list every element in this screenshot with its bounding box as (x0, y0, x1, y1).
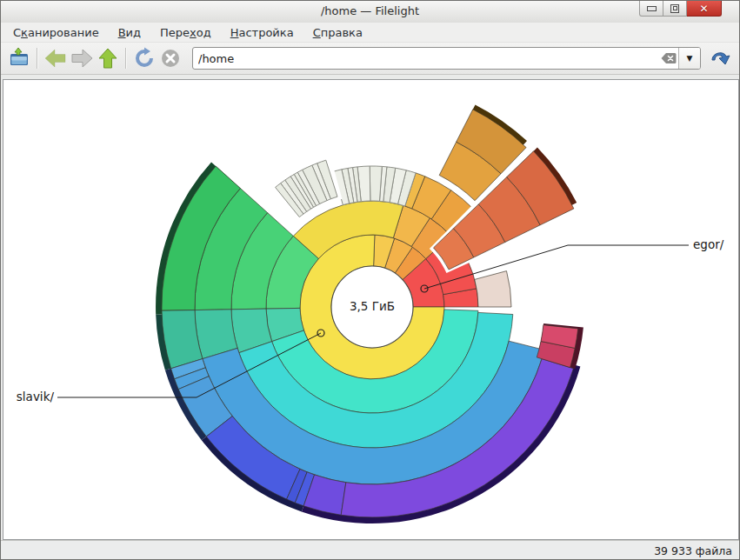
stop-icon (160, 48, 181, 69)
minimize-icon (647, 6, 657, 11)
filelight-radial-map[interactable]: 3,5 ГиБ egor/slavik/ (3, 80, 738, 539)
clear-backspace-icon (661, 52, 677, 64)
window-title: /home — Filelight (1, 4, 739, 17)
maximize-icon (670, 4, 679, 13)
chevron-down-icon: ▼ (687, 54, 693, 63)
back-arrow-icon (43, 47, 68, 70)
forward-arrow-icon (70, 47, 94, 70)
map-segment[interactable] (475, 271, 511, 307)
toolbar-separator (125, 48, 127, 69)
refresh-icon (133, 47, 156, 70)
file-count-label: 39 933 файла (654, 544, 732, 557)
up-arrow-icon (97, 47, 119, 70)
location-dropdown-button[interactable]: ▼ (678, 48, 700, 69)
location-bar: ▼ (192, 47, 701, 70)
location-input[interactable] (193, 52, 659, 65)
refresh-button[interactable] (131, 45, 157, 71)
window-controls: ✕ (639, 1, 722, 17)
map-segment[interactable] (370, 166, 382, 201)
close-icon: ✕ (699, 3, 708, 14)
statusbar: 39 933 файла (1, 540, 739, 560)
forward-button[interactable] (69, 45, 95, 71)
maximize-button[interactable] (663, 1, 687, 17)
menu-scan[interactable]: Сканирование (13, 26, 99, 39)
directory-label[interactable]: slavik/ (17, 390, 55, 403)
minimize-button[interactable] (639, 1, 663, 17)
menu-view[interactable]: Вид (118, 26, 141, 39)
back-button[interactable] (43, 45, 69, 71)
directory-label[interactable]: egor/ (693, 237, 724, 251)
up-button[interactable] (95, 45, 121, 71)
menubar: Сканирование Вид Переход Настройка Справ… (1, 23, 739, 43)
toolbar: ▼ (1, 43, 739, 75)
close-button[interactable]: ✕ (687, 1, 722, 17)
toolbar-separator (37, 48, 38, 69)
scan-folder-icon (8, 47, 30, 70)
menu-help[interactable]: Справка (313, 26, 363, 39)
center-size-label: 3,5 ГиБ (350, 299, 395, 313)
clear-location-button[interactable] (659, 49, 678, 68)
rescan-curved-arrow-icon (708, 45, 734, 71)
rescan-button[interactable] (708, 45, 734, 71)
stop-button[interactable] (157, 45, 183, 71)
scan-folder-button[interactable] (6, 45, 32, 71)
map-content-area: 3,5 ГиБ egor/slavik/ (3, 79, 739, 540)
titlebar[interactable]: /home — Filelight ✕ (1, 1, 739, 23)
menu-settings[interactable]: Настройка (230, 26, 294, 39)
filelight-window: /home — Filelight ✕ Сканирование Вид Пер… (0, 0, 740, 560)
menu-go[interactable]: Переход (160, 26, 211, 39)
